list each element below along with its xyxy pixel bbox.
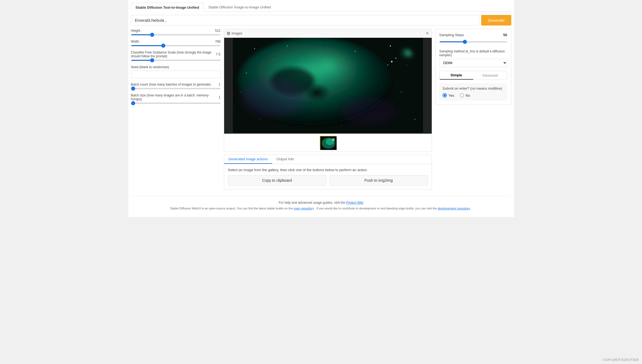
sampling-steps-slider[interactable] [439, 41, 507, 42]
seed-input[interactable] [131, 71, 221, 78]
sampling-steps-label: Sampling Steps [439, 33, 464, 37]
actions-panel: Generated image actions Output Info Sele… [224, 155, 432, 190]
radio-yes-label: Yes [449, 93, 454, 98]
batch-count-label: Batch count (how many batches of images … [131, 83, 211, 86]
batch-count-value: 1 [219, 83, 221, 86]
height-label-row: Height 512 [131, 29, 221, 33]
width-control: Width 768 [131, 40, 221, 46]
simple-advanced-tabs: Simple Advanced [439, 71, 507, 80]
width-label-row: Width 768 [131, 40, 221, 43]
height-control: Height 512 [131, 29, 221, 35]
thumbnail-0[interactable] [320, 136, 336, 149]
batch-count-control: Batch count (how many batches of images … [131, 83, 221, 89]
cfg-label: Classifier Free Guidance Scale (how stro… [131, 51, 216, 58]
radio-no-label: No [466, 93, 470, 98]
svg-point-12 [355, 51, 355, 52]
radio-no-circle [460, 93, 464, 98]
batch-size-value: 1 [219, 95, 221, 99]
svg-point-13 [390, 45, 391, 46]
tab-text-to-image[interactable]: Stable Diffusion Text-to-Image Unified [131, 3, 204, 12]
svg-point-11 [328, 43, 328, 43]
width-value: 768 [215, 40, 220, 43]
batch-size-slider[interactable] [131, 103, 221, 104]
cfg-scale-control: Classifier Free Guidance Scale (how stro… [131, 51, 221, 61]
image-icon: 🖼 [227, 32, 230, 35]
thumbnail-row [224, 134, 432, 152]
sampling-method-select[interactable]: DDIM k_lms k_euler k_euler_a k_dpm_2 k_d… [439, 59, 507, 67]
actions-buttons: Copy to clipboard Push to img2img [228, 175, 428, 186]
svg-point-18 [241, 92, 241, 92]
footer-help-text: For help and advanced usage guides, visi… [279, 201, 346, 205]
svg-point-3 [371, 45, 415, 77]
prompt-input[interactable] [131, 15, 479, 26]
dev-repo-link[interactable]: developement repository [438, 207, 470, 210]
actions-content: Select an image from the gallery, then c… [224, 164, 432, 189]
svg-point-10 [287, 46, 287, 46]
footer-line2-suffix: . [471, 207, 472, 210]
width-slider[interactable] [131, 45, 221, 46]
svg-point-23 [395, 58, 396, 59]
left-panel: Height 512 Width 768 Classifier Free Gui… [131, 29, 221, 190]
svg-point-9 [273, 59, 274, 60]
svg-point-14 [406, 65, 407, 65]
batch-size-label-row: Batch size (how many images are in a bat… [131, 93, 221, 101]
project-wiki-link[interactable]: Project Wiki [346, 201, 363, 205]
submit-enter-label: Submit on enter? (no means multiline) [443, 86, 504, 90]
right-section: Sampling Steps 56 Sampling method (k_lms… [435, 29, 511, 105]
image-display [224, 38, 432, 134]
tab-advanced[interactable]: Advanced [473, 71, 507, 80]
copy-to-clipboard-button[interactable]: Copy to clipboard [228, 175, 326, 186]
app-container: Stable Diffusion Text-to-Image Unified S… [128, 0, 514, 217]
width-label: Width [131, 40, 139, 43]
actions-description: Select an image from the gallery, then c… [228, 168, 428, 172]
footer-line2-middle: . If you would like to contribute to dev… [315, 207, 438, 210]
submit-enter-section: Submit on enter? (no means multiline) Ye… [439, 83, 507, 101]
image-header-left: 🖼 Images [227, 32, 242, 35]
main-tabs: Stable Diffusion Text-to-Image Unified S… [131, 3, 511, 12]
generate-button[interactable]: Generate [481, 15, 511, 26]
radio-yes[interactable]: Yes [443, 93, 454, 98]
tab-generated-image-actions[interactable]: Generated image actions [224, 155, 272, 164]
prompt-area: Generate [131, 15, 511, 26]
main-repo-link[interactable]: main repository [293, 207, 314, 210]
svg-point-19 [246, 73, 247, 74]
svg-point-21 [382, 86, 383, 87]
main-layout: Height 512 Width 768 Classifier Free Gui… [131, 29, 511, 190]
sampling-steps-value: 56 [503, 33, 507, 37]
height-value: 512 [215, 29, 220, 33]
image-section: 🖼 Images ✕ [224, 29, 432, 152]
tab-image-to-image[interactable]: Stable Diffusion Image-to-Image Unified [204, 3, 275, 11]
center-panel: 🖼 Images ✕ [224, 29, 432, 190]
batch-count-slider[interactable] [131, 88, 221, 89]
radio-yes-circle [443, 93, 447, 98]
footer: For help and advanced usage guides, visi… [131, 196, 511, 214]
svg-point-8 [254, 48, 255, 49]
svg-point-24 [387, 64, 388, 65]
height-label: Height [131, 29, 140, 33]
batch-size-control: Batch size (how many images are in a bat… [131, 93, 221, 104]
images-label: Images [232, 32, 242, 35]
svg-point-16 [260, 119, 260, 120]
radio-no[interactable]: No [460, 93, 470, 98]
seed-label: Seed (blank to randomize) [131, 65, 221, 69]
tab-simple[interactable]: Simple [440, 71, 473, 80]
svg-point-7 [342, 98, 396, 125]
nebula-image [224, 38, 432, 133]
svg-point-6 [241, 79, 306, 117]
push-to-img2img-button[interactable]: Push to img2img [330, 175, 428, 186]
cfg-value: 7.5 [216, 52, 221, 56]
cfg-slider[interactable] [131, 60, 221, 61]
tab-output-info[interactable]: Output Info [272, 155, 298, 164]
close-image-button[interactable]: ✕ [425, 31, 429, 36]
batch-size-label: Batch size (how many images are in a bat… [131, 93, 219, 101]
image-header: 🖼 Images ✕ [224, 29, 432, 38]
height-slider[interactable] [131, 34, 221, 35]
right-panel: Sampling Steps 56 Sampling method (k_lms… [435, 29, 511, 190]
batch-count-label-row: Batch count (how many batches of images … [131, 83, 221, 86]
svg-point-17 [414, 119, 415, 120]
radio-row: Yes No [443, 93, 504, 98]
svg-point-15 [401, 92, 402, 93]
footer-line1: For help and advanced usage guides, visi… [135, 201, 507, 205]
svg-point-28 [332, 138, 335, 141]
actions-tabs: Generated image actions Output Info [224, 155, 432, 164]
